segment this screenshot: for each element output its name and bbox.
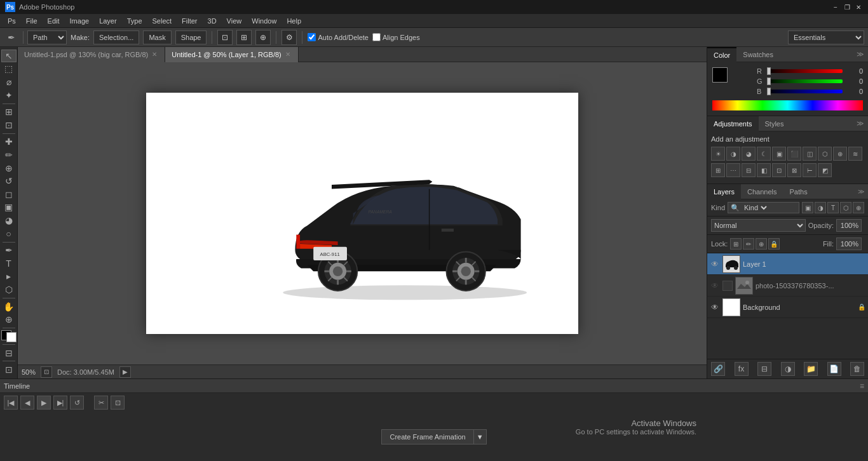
stamp-tool[interactable]: ⊕ (1, 162, 17, 175)
delete-layer-btn[interactable]: 🗑 (850, 362, 864, 376)
tab-0[interactable]: Untitled-1.psd @ 130% (big car, RGB/8) ✕ (18, 47, 165, 62)
path-type-select[interactable]: Path Shape Pixels (27, 30, 67, 44)
selectcolor-adj-icon[interactable]: ⊠ (787, 163, 801, 177)
selection-tool[interactable]: ⬚ (1, 63, 17, 76)
menu-layer[interactable]: Layer (94, 16, 122, 26)
tab-1-close[interactable]: ✕ (284, 51, 292, 58)
g-slider-track[interactable] (767, 79, 843, 83)
menu-filter[interactable]: Filter (177, 16, 202, 26)
layer-0-visibility[interactable]: 👁 (710, 259, 720, 269)
menu-3d[interactable]: 3D (203, 16, 222, 26)
minimize-button[interactable]: − (831, 3, 840, 11)
exposure-adj-icon[interactable]: ☾ (757, 147, 771, 161)
brush-tool[interactable]: ✏ (1, 149, 17, 161)
styles-tab[interactable]: Styles (759, 116, 790, 131)
fill-input[interactable] (836, 237, 862, 250)
new-fill-adj-btn[interactable]: ◑ (781, 362, 795, 376)
timeline-first-btn[interactable]: |◀ (4, 396, 18, 410)
menu-view[interactable]: View (222, 16, 247, 26)
quick-mask-tool[interactable]: ⊟ (1, 347, 17, 359)
zoom-tool[interactable]: ⊕ (1, 313, 17, 326)
b-slider-track[interactable] (767, 90, 843, 93)
timeline-last-btn[interactable]: ↺ (70, 396, 84, 410)
screen-mode-tool[interactable]: ⊡ (1, 363, 17, 376)
layer-item-2[interactable]: 👁 Background 🔒 (707, 297, 868, 318)
gradient-tool[interactable]: ▣ (1, 201, 17, 214)
colorldkup-adj-icon[interactable]: ⊞ (711, 163, 725, 177)
essentials-select[interactable]: Essentials (788, 30, 864, 44)
background-color[interactable] (6, 332, 17, 342)
menu-select[interactable]: Select (147, 16, 177, 26)
dodge-tool[interactable]: ○ (1, 227, 17, 240)
opacity-input[interactable] (836, 219, 862, 232)
layer-2-visibility[interactable]: 👁 (710, 302, 720, 312)
menu-type[interactable]: Type (122, 16, 147, 26)
create-frame-dropdown-btn[interactable]: ▼ (474, 429, 487, 444)
layer-1-checkbox[interactable] (722, 281, 733, 291)
shape-filter-icon[interactable]: ⬡ (840, 202, 851, 213)
paths-tab[interactable]: Paths (783, 184, 814, 199)
move-tool[interactable]: ↖ (1, 50, 17, 62)
channelmix-adj-icon[interactable]: ≋ (848, 147, 862, 161)
eyedropper-tool[interactable]: ⊡ (1, 119, 17, 131)
layers-panel-collapse[interactable]: ≫ (854, 188, 868, 195)
lock-position-icon[interactable]: ✏ (743, 238, 754, 250)
history-tool[interactable]: ↺ (1, 175, 17, 187)
curves-adj-icon[interactable]: ◕ (742, 147, 756, 161)
timeline-edit-btn[interactable]: ✂ (94, 396, 108, 410)
timeline-next-btn[interactable]: ▶| (53, 396, 67, 410)
color-preview-swatch[interactable] (712, 67, 728, 83)
channels-tab[interactable]: Channels (741, 184, 783, 199)
hdr-adj-icon[interactable]: ◩ (818, 163, 832, 177)
restore-button[interactable]: ❐ (843, 3, 851, 11)
healing-tool[interactable]: ✚ (1, 135, 17, 148)
tab-0-close[interactable]: ✕ (151, 51, 158, 58)
color-boxes[interactable] (1, 330, 17, 342)
menu-file[interactable]: File (21, 16, 43, 26)
crop-tool[interactable]: ⊞ (1, 105, 17, 118)
adjustments-collapse[interactable]: ≫ (853, 119, 868, 128)
link-layers-btn[interactable]: 🔗 (711, 362, 725, 376)
align-icon3[interactable]: ⊕ (255, 30, 271, 45)
timeline-prev-btn[interactable]: ◀ (20, 396, 34, 410)
lock-artboard-icon[interactable]: ⊕ (756, 238, 767, 250)
align-icon2[interactable]: ⊞ (236, 30, 252, 45)
close-button[interactable]: ✕ (854, 3, 863, 11)
pixel-filter-icon[interactable]: ▣ (802, 202, 813, 213)
timeline-options-btn[interactable]: ≡ (860, 382, 864, 391)
photofilter-adj-icon[interactable]: ⊕ (833, 147, 847, 161)
align-icon1[interactable]: ⊡ (217, 30, 233, 45)
bw-adj-icon[interactable]: ⬡ (818, 147, 832, 161)
threshold-adj-icon[interactable]: ◧ (757, 163, 771, 177)
mask-button[interactable]: Mask (143, 30, 171, 44)
color-spectrum[interactable] (712, 100, 863, 110)
menu-edit[interactable]: Edit (43, 16, 65, 26)
shadows-adj-icon[interactable]: ⊢ (803, 163, 817, 177)
layer-1-visibility[interactable]: 👁 (710, 281, 720, 291)
auto-add-delete-label[interactable]: Auto Add/Delete (308, 33, 369, 41)
hand-tool[interactable]: ✋ (1, 300, 17, 313)
timeline-convert-btn[interactable]: ⊡ (111, 396, 125, 410)
vibrance-adj-icon[interactable]: ▣ (772, 147, 786, 161)
r-slider-track[interactable] (767, 69, 843, 73)
kind-select[interactable]: Kind (742, 202, 769, 213)
blend-mode-select[interactable]: Normal Multiply Screen (711, 219, 806, 232)
pen-tool[interactable]: ✒ (1, 244, 17, 257)
lock-pixels-icon[interactable]: ⊞ (730, 238, 742, 250)
layers-tab[interactable]: Layers (707, 184, 741, 199)
lock-all-icon[interactable]: 🔒 (768, 238, 780, 250)
auto-add-delete-checkbox[interactable] (308, 33, 316, 41)
type-filter-icon[interactable]: T (827, 202, 839, 213)
gradmap-adj-icon[interactable]: ⊡ (772, 163, 786, 177)
layer-item-0[interactable]: 👁 Layer 1 (707, 253, 868, 275)
status-arrow-btn[interactable]: ▶ (119, 366, 131, 378)
magic-wand-tool[interactable]: ✦ (1, 89, 17, 102)
adjustment-filter-icon[interactable]: ◑ (815, 202, 826, 213)
layers-search[interactable]: 🔍 Kind (728, 202, 799, 213)
selection-button[interactable]: Selection... (93, 30, 139, 44)
create-frame-animation-btn[interactable]: Create Frame Animation (381, 429, 473, 444)
menu-help[interactable]: Help (281, 16, 306, 26)
path-selection-tool[interactable]: ▸ (1, 271, 17, 283)
gear-icon[interactable]: ⚙ (281, 30, 297, 45)
invert-adj-icon[interactable]: ⋯ (726, 163, 740, 177)
